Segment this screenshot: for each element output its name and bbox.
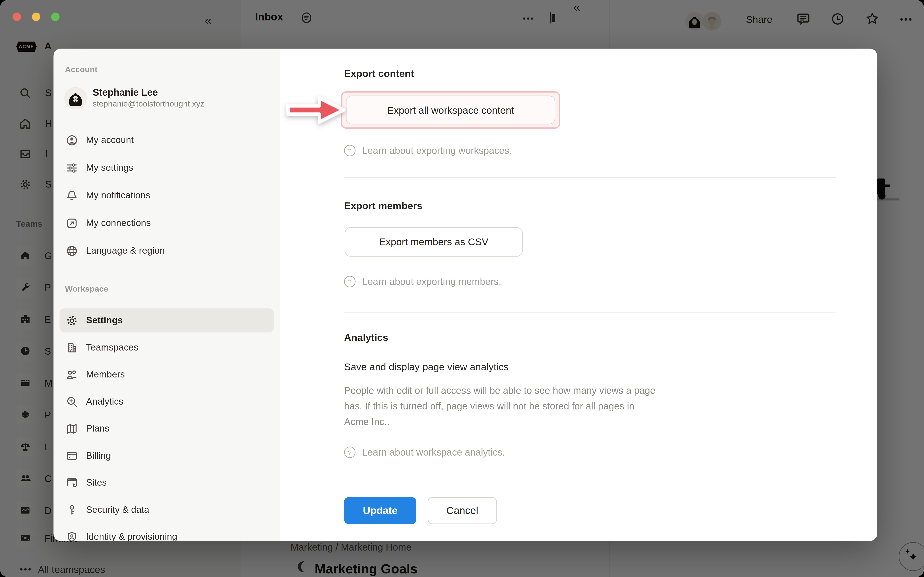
- window-minimize-button[interactable]: [32, 13, 40, 21]
- cancel-button[interactable]: Cancel: [428, 497, 497, 524]
- help-icon: ?: [344, 447, 355, 458]
- sidebar-item-language-region[interactable]: Language & region: [60, 239, 274, 263]
- arrow-out-box-icon: [65, 216, 78, 230]
- sidebar-item-plans[interactable]: Plans: [60, 417, 274, 441]
- export-all-workspace-content-button[interactable]: Export all workspace content: [346, 96, 556, 124]
- person-circle-icon: [65, 134, 78, 147]
- annotation-arrow-icon: [285, 92, 350, 128]
- settings-sidebar: Account Stephanie Lee stephanie@toolsfor…: [54, 49, 280, 541]
- section-divider: [344, 312, 836, 313]
- account-user[interactable]: Stephanie Lee stephanie@toolsforthought.…: [65, 87, 204, 110]
- user-email: stephanie@toolsforthought.xyz: [93, 98, 204, 110]
- settings-modal: Account Stephanie Lee stephanie@toolsfor…: [54, 49, 877, 541]
- analytics-heading: Analytics: [344, 332, 388, 343]
- key-icon: [65, 503, 78, 516]
- page-view-analytics-setting-title: Save and display page view analytics: [344, 361, 509, 373]
- learn-exporting-members-link[interactable]: ? Learn about exporting members.: [344, 276, 501, 287]
- sidebar-item-sites[interactable]: Sites: [60, 471, 274, 495]
- sidebar-item-my-connections[interactable]: My connections: [60, 211, 274, 235]
- sidebar-item-my-account[interactable]: My account: [60, 128, 274, 152]
- browser-cursor-icon: [65, 476, 78, 489]
- id-badge-icon: [65, 530, 78, 541]
- sliders-icon: [65, 161, 78, 174]
- credit-card-icon: [65, 449, 78, 462]
- analytics-description: People with edit or full access will be …: [344, 383, 759, 430]
- sidebar-item-settings[interactable]: Settings: [60, 308, 274, 332]
- sidebar-item-security-data[interactable]: Security & data: [60, 498, 274, 522]
- building-icon: [65, 341, 78, 354]
- export-members-csv-button[interactable]: Export members as CSV: [345, 227, 523, 257]
- user-name: Stephanie Lee: [93, 87, 204, 98]
- notion-window: ACME A S H I S Teams G P: [0, 0, 924, 577]
- help-icon: ?: [344, 276, 355, 287]
- update-button[interactable]: Update: [344, 497, 416, 524]
- learn-workspace-analytics-link[interactable]: ? Learn about workspace analytics.: [344, 447, 505, 458]
- workspace-section-header: Workspace: [65, 284, 108, 293]
- section-divider: [344, 177, 836, 178]
- sidebar-item-my-settings[interactable]: My settings: [60, 156, 274, 180]
- sidebar-item-identity-provisioning[interactable]: Identity & provisioning: [60, 525, 274, 541]
- magnifier-sparkle-icon: [65, 395, 78, 408]
- bell-icon: [65, 189, 78, 202]
- sidebar-item-teamspaces[interactable]: Teamspaces: [60, 335, 274, 359]
- sidebar-item-members[interactable]: Members: [60, 363, 274, 387]
- map-icon: [65, 422, 78, 435]
- sidebar-item-analytics[interactable]: Analytics: [60, 390, 274, 414]
- window-close-button[interactable]: [13, 13, 21, 21]
- globe-icon: [65, 244, 78, 257]
- settings-content: Export content Export all workspace cont…: [280, 49, 877, 541]
- people-outline-icon: [65, 368, 78, 381]
- export-content-heading: Export content: [344, 68, 414, 80]
- window-zoom-button[interactable]: [51, 13, 60, 21]
- help-icon: ?: [344, 145, 355, 156]
- account-section-header: Account: [65, 65, 97, 74]
- learn-exporting-workspaces-link[interactable]: ? Learn about exporting workspaces.: [344, 145, 512, 156]
- user-avatar: [65, 88, 86, 109]
- gear-icon: [65, 314, 78, 327]
- export-members-heading: Export members: [344, 200, 423, 212]
- sidebar-item-billing[interactable]: Billing: [60, 443, 274, 467]
- sidebar-item-my-notifications[interactable]: My notifications: [60, 184, 274, 208]
